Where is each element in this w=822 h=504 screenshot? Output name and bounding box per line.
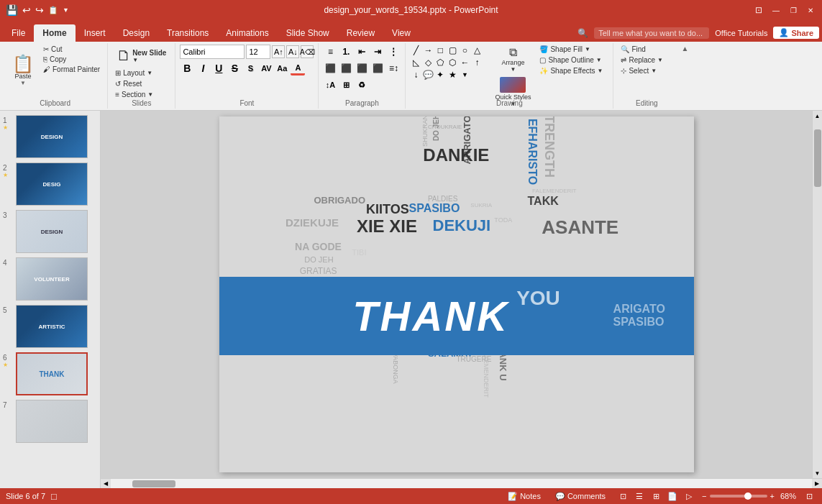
outline-view-button[interactable]: ☰ [632, 490, 647, 503]
slide-thumb-5[interactable]: 5 ARTISTIC [3, 305, 97, 348]
tab-review[interactable]: Review [338, 24, 383, 42]
slide-thumb-6[interactable]: 6 ★ THANK [3, 352, 97, 395]
scroll-up-button[interactable]: ▲ [813, 111, 823, 121]
columns-button[interactable]: ⋮ [386, 45, 401, 59]
font-size-input[interactable] [246, 45, 270, 59]
redo-icon[interactable]: ↪ [35, 4, 44, 16]
font-color-button[interactable]: A [291, 61, 305, 75]
reset-button[interactable]: ↺ Reset [112, 79, 170, 88]
minimize-button[interactable]: — [770, 4, 782, 16]
normal-view-button[interactable]: ⊡ [616, 490, 630, 503]
scroll-thumb-h[interactable] [132, 480, 175, 487]
shape-outline-button[interactable]: ▢ Shape Outline ▼ [536, 55, 608, 65]
scroll-track-v[interactable] [813, 121, 822, 468]
shape-pentagon[interactable]: ⬠ [434, 57, 446, 68]
shape-arrow-down[interactable]: ↓ [410, 69, 421, 81]
layout-button[interactable]: ⊞ Layout ▼ [112, 68, 170, 78]
shadow-button[interactable]: S [243, 61, 257, 75]
indent-increase-button[interactable]: ⇥ [370, 45, 385, 59]
tab-view[interactable]: View [383, 24, 419, 42]
shape-triangle[interactable]: △ [471, 45, 483, 56]
tab-animations[interactable]: Animations [217, 24, 277, 42]
slide-sorter-button[interactable]: ⊞ [649, 490, 663, 503]
clear-format-button[interactable]: A⌫ [301, 45, 314, 58]
paste-button[interactable]: 📋 Paste ▼ [7, 45, 39, 97]
strikethrough-button[interactable]: S [227, 61, 242, 75]
italic-button[interactable]: I [196, 61, 210, 75]
fit-to-window-button[interactable]: ⊡ [802, 490, 816, 503]
shape-diamond[interactable]: ◇ [422, 57, 434, 68]
dropdown-icon[interactable]: ▼ [63, 6, 69, 14]
shape-rect[interactable]: □ [434, 45, 446, 56]
scroll-right-button[interactable]: ▶ [812, 479, 822, 489]
font-name-input[interactable] [180, 45, 245, 59]
tab-insert[interactable]: Insert [76, 24, 114, 42]
shape-arrow-right[interactable]: → [422, 45, 434, 56]
slide-thumb-4[interactable]: 4 VOLUNTEER [3, 257, 97, 301]
align-text-button[interactable]: ⊞ [339, 78, 353, 92]
slide-thumb-3[interactable]: 3 DESIGN [3, 210, 97, 253]
shapes-more[interactable]: ▼ [459, 69, 470, 81]
shape-oval[interactable]: ○ [459, 45, 470, 56]
bullets-button[interactable]: ≡ [323, 45, 337, 59]
slide-thumb-2[interactable]: 2 ★ DESIG [3, 162, 97, 206]
tab-design[interactable]: Design [114, 24, 158, 42]
save-icon[interactable]: 💾 [6, 4, 18, 16]
customize-icon[interactable]: 📋 [48, 6, 58, 15]
tab-home[interactable]: Home [34, 24, 75, 42]
reading-view-button[interactable]: ▷ [682, 490, 696, 503]
underline-button[interactable]: U [211, 61, 226, 75]
slide-thumb-1[interactable]: 1 ★ DESIGN [3, 115, 97, 158]
vertical-scrollbar[interactable]: ▲ ▼ [812, 111, 822, 478]
tab-slideshow[interactable]: Slide Show [278, 24, 338, 42]
shape-arrow-up[interactable]: ↑ [471, 57, 483, 68]
new-slide-button[interactable]: 🗋 New Slide ▼ [112, 45, 170, 67]
zoom-slider[interactable]: − + [702, 492, 775, 500]
cut-button[interactable]: ✂ Cut [40, 45, 103, 54]
line-spacing-button[interactable]: ≡↕ [386, 61, 401, 75]
scroll-left-button[interactable]: ◀ [101, 479, 111, 489]
replace-button[interactable]: ⇌ Replace ▼ [618, 55, 675, 65]
char-spacing-button[interactable]: AV [259, 61, 273, 75]
shape-callout[interactable]: 💬 [422, 69, 434, 81]
shape-fill-button[interactable]: 🪣 Shape Fill ▼ [536, 45, 608, 54]
close-button[interactable]: ✕ [805, 4, 816, 16]
shape-rounded-rect[interactable]: ▢ [447, 45, 458, 56]
align-left-button[interactable]: ⬛ [323, 61, 337, 75]
zoom-track[interactable] [710, 495, 767, 498]
share-button[interactable]: 👤 Share [773, 27, 819, 39]
zoom-in-button[interactable]: + [770, 492, 775, 500]
slide-thumb-7[interactable]: 7 [3, 400, 97, 443]
shape-line[interactable]: ╱ [410, 45, 421, 56]
notes-button[interactable]: 📝 Notes [503, 491, 545, 502]
shape-effects-button[interactable]: ✨ Shape Effects ▼ [536, 66, 608, 75]
slide-canvas[interactable]: ARRIGATO DO JEH SHUKRAN CHOUKRAIE DANKIE… [101, 111, 812, 478]
text-direction-para-button[interactable]: ↕A [323, 78, 337, 92]
find-button[interactable]: 🔍 Find [618, 45, 675, 54]
convert-smartart-button[interactable]: ♻ [355, 78, 369, 92]
shape-hexagon[interactable]: ⬡ [447, 57, 458, 68]
horizontal-scrollbar[interactable]: ◀ ▶ [101, 478, 822, 488]
shape-star4[interactable]: ✦ [434, 69, 446, 81]
font-size-increase[interactable]: A↑ [272, 45, 285, 58]
align-center-button[interactable]: ⬛ [339, 61, 353, 75]
office-tutorials-link[interactable]: Office Tutorials [715, 29, 767, 37]
restore-view-icon[interactable]: ⊡ [753, 4, 764, 16]
align-right-button[interactable]: ⬛ [355, 61, 369, 75]
numbering-button[interactable]: 1. [339, 45, 353, 59]
shape-rtriangle[interactable]: ◺ [410, 57, 421, 68]
scroll-track-h[interactable] [111, 479, 812, 489]
select-button[interactable]: ⊹ Select ▼ [618, 66, 675, 75]
scroll-thumb-v[interactable] [814, 129, 821, 187]
indent-decrease-button[interactable]: ⇤ [355, 45, 369, 59]
bold-button[interactable]: B [180, 61, 194, 75]
new-slide-dropdown[interactable]: ▼ [132, 57, 166, 63]
undo-icon[interactable]: ↩ [22, 4, 31, 16]
section-button[interactable]: ≡ Section ▼ [112, 90, 170, 99]
justify-button[interactable]: ⬛ [370, 61, 385, 75]
font-size-decrease[interactable]: A↓ [286, 45, 299, 58]
shape-star5[interactable]: ★ [447, 69, 458, 81]
zoom-out-button[interactable]: − [702, 492, 706, 500]
text-direction-button[interactable]: Aa [275, 61, 289, 75]
shape-arrow-left[interactable]: ← [459, 57, 470, 68]
